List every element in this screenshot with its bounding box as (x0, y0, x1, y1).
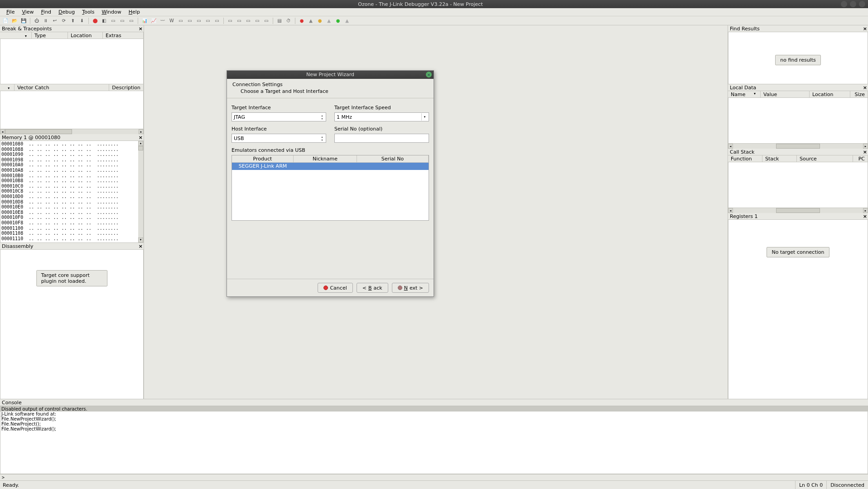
new-icon[interactable]: 📄 (2, 17, 9, 24)
window-title: Ozone - The J-Link Debugger V3.22a - New… (0, 1, 841, 7)
wave-icon[interactable]: 〰 (159, 17, 166, 24)
win3-icon[interactable]: ▭ (195, 17, 203, 24)
pause-icon[interactable]: ⏸ (42, 17, 49, 24)
panel2-icon[interactable]: ▭ (236, 17, 243, 24)
yellow-dot-icon[interactable]: ● (316, 17, 323, 24)
red-dot-icon[interactable]: ● (298, 17, 305, 24)
menu-tools[interactable]: Tools (78, 8, 98, 16)
reset-icon[interactable]: ↩ (51, 17, 58, 24)
win5-icon[interactable]: ▭ (213, 17, 221, 24)
close-window-icon[interactable] (859, 1, 865, 7)
menu-debug[interactable]: Debug (55, 8, 78, 16)
win1-icon[interactable]: ▭ (177, 17, 184, 24)
panel1-icon[interactable]: ▭ (227, 17, 234, 24)
break-icon[interactable]: ⬤ (92, 17, 99, 24)
reload-icon[interactable]: ⟳ (60, 17, 68, 24)
open-icon[interactable]: 📂 (11, 17, 18, 24)
box-d-icon[interactable]: ▭ (110, 17, 117, 24)
grey-up-icon[interactable]: ▲ (325, 17, 333, 24)
break-all-icon[interactable]: ◧ (101, 17, 108, 24)
menu-help[interactable]: Help (125, 8, 144, 16)
green-dot-icon[interactable]: ● (334, 17, 342, 24)
signal-icon[interactable]: 📈 (150, 17, 157, 24)
time-icon[interactable]: ⏱ (285, 17, 292, 24)
maximize-icon[interactable] (850, 1, 856, 7)
box-r-icon[interactable]: ▭ (128, 17, 135, 24)
titlebar: Ozone - The J-Link Debugger V3.22a - New… (0, 0, 868, 8)
power-icon[interactable]: ⏻ (33, 17, 40, 24)
menu-file[interactable]: File (3, 8, 18, 16)
up-arrow-icon[interactable]: ▲ (307, 17, 314, 24)
step-down-icon[interactable]: ⬇ (78, 17, 86, 24)
toolbar: 📄 📂 💾 ⏻ ⏸ ↩ ⟳ ⬆ ⬇ ⬤ ◧ ▭ ▭ ▭ 📊 📈 〰 W ▭ ▭ … (0, 16, 868, 25)
win4-icon[interactable]: ▭ (204, 17, 212, 24)
win2-icon[interactable]: ▭ (186, 17, 193, 24)
box-g-icon[interactable]: ▭ (119, 17, 126, 24)
panel4-icon[interactable]: ▭ (254, 17, 261, 24)
graph-icon[interactable]: 📊 (141, 17, 148, 24)
panel5-icon[interactable]: ▭ (263, 17, 270, 24)
menubar: File View Find Debug Tools Window Help (0, 8, 868, 16)
save-icon[interactable]: 💾 (20, 17, 27, 24)
step-up-icon[interactable]: ⬆ (69, 17, 77, 24)
menu-view[interactable]: View (18, 8, 37, 16)
minimize-icon[interactable] (841, 1, 847, 7)
w-icon[interactable]: W (168, 17, 175, 24)
list-icon[interactable]: ▤ (276, 17, 283, 24)
grey-arrow-icon[interactable]: ▲ (343, 17, 351, 24)
menu-window[interactable]: Window (98, 8, 125, 16)
panel3-icon[interactable]: ▭ (245, 17, 252, 24)
menu-find[interactable]: Find (38, 8, 55, 16)
